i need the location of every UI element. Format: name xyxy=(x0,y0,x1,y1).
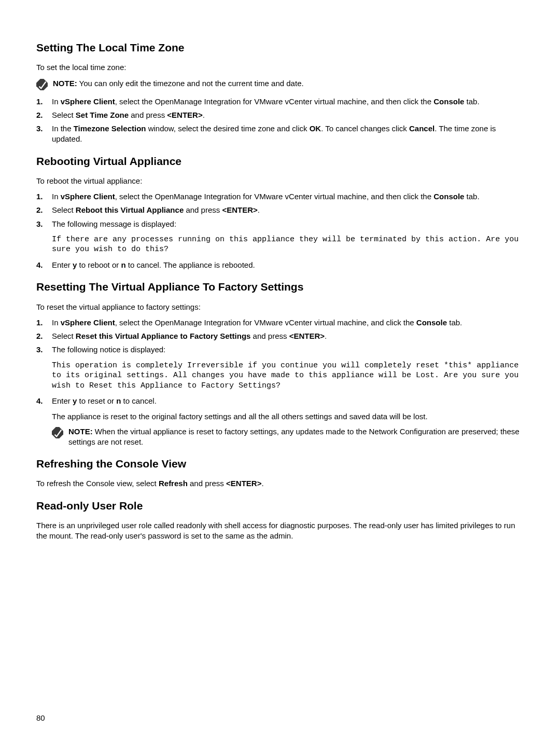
list-item: 3. The following notice is displayed: xyxy=(36,345,524,355)
note-text: NOTE: You can only edit the timezone and… xyxy=(53,78,524,89)
code-block: If there are any processes running on th… xyxy=(52,235,524,255)
note-block: NOTE: When the virtual appliance is rese… xyxy=(52,426,524,448)
page-number: 80 xyxy=(36,713,45,723)
paragraph: To refresh the Console view, select Refr… xyxy=(36,478,524,489)
list-item: 2. Select Reset this Virtual Appliance t… xyxy=(36,331,524,341)
heading-read-only-user-role: Read-only User Role xyxy=(36,499,524,513)
steps-list: 4. Enter y to reset or n to cancel. xyxy=(36,396,524,406)
steps-list: 1. In vSphere Client, select the OpenMan… xyxy=(36,97,524,145)
paragraph: There is an unprivileged user role calle… xyxy=(36,520,524,542)
list-item: 2. Select Reboot this Virtual Appliance … xyxy=(36,205,524,215)
note-icon xyxy=(36,79,48,90)
code-block: This operation is completely Irreversibl… xyxy=(52,361,524,391)
note-text: NOTE: When the virtual appliance is rese… xyxy=(68,426,524,448)
steps-list: 1. In vSphere Client, select the OpenMan… xyxy=(36,191,524,229)
list-item: 4. Enter y to reset or n to cancel. xyxy=(36,396,524,406)
heading-rebooting-virtual-appliance: Rebooting Virtual Appliance xyxy=(36,154,524,169)
list-item: 2. Select Set Time Zone and press <ENTER… xyxy=(36,110,524,120)
heading-setting-local-time-zone: Setting The Local Time Zone xyxy=(36,40,524,55)
intro-text: To reboot the virtual appliance: xyxy=(36,176,524,186)
steps-list: 1. In vSphere Client, select the OpenMan… xyxy=(36,318,524,355)
steps-list: 4. Enter y to reboot or n to cancel. The… xyxy=(36,260,524,270)
heading-refreshing-console-view: Refreshing the Console View xyxy=(36,457,524,471)
list-item: 4. Enter y to reboot or n to cancel. The… xyxy=(36,260,524,270)
note-block: NOTE: You can only edit the timezone and… xyxy=(36,78,524,90)
svg-rect-0 xyxy=(36,79,48,90)
heading-resetting-virtual-appliance: Resetting The Virtual Appliance To Facto… xyxy=(36,280,524,294)
intro-text: To reset the virtual appliance to factor… xyxy=(36,302,524,312)
sub-paragraph: The appliance is reset to the original f… xyxy=(52,411,524,422)
list-item: 3. The following message is displayed: xyxy=(36,219,524,229)
list-item: 1. In vSphere Client, select the OpenMan… xyxy=(36,97,524,107)
svg-rect-1 xyxy=(52,427,63,438)
note-icon xyxy=(52,427,63,438)
list-item: 1. In vSphere Client, select the OpenMan… xyxy=(36,318,524,328)
intro-text: To set the local time zone: xyxy=(36,62,524,73)
list-item: 3. In the Timezone Selection window, sel… xyxy=(36,123,524,145)
list-item: 1. In vSphere Client, select the OpenMan… xyxy=(36,191,524,202)
